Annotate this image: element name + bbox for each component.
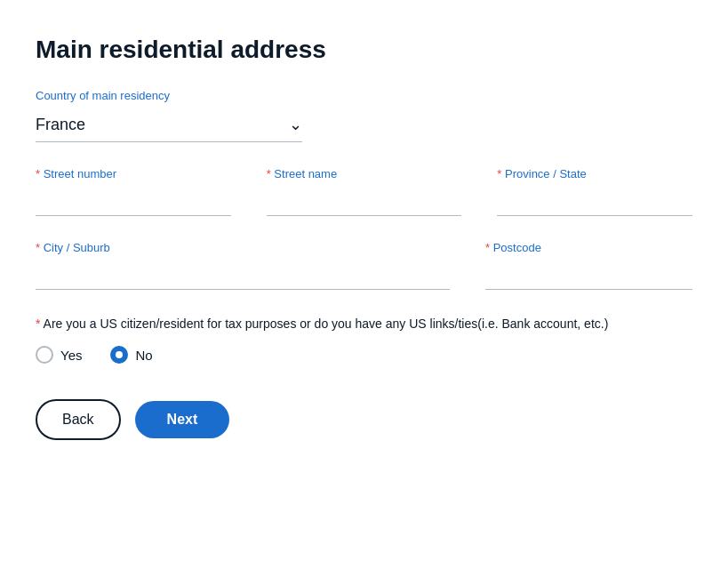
country-dropdown[interactable]: France ⌄ (36, 108, 302, 142)
address-row-1: Street number Street name Province / Sta… (36, 167, 692, 216)
country-section: Country of main residency France ⌄ (36, 89, 692, 142)
page-title: Main residential address (36, 36, 692, 64)
street-number-input[interactable] (36, 186, 231, 216)
province-state-input[interactable] (497, 186, 692, 216)
radio-yes-circle (36, 346, 53, 364)
country-value: France (36, 116, 85, 134)
required-star: * (36, 317, 44, 331)
street-name-label: Street name (267, 167, 462, 180)
city-suburb-label: City / Suburb (36, 241, 450, 254)
buttons-row: Back Next (36, 399, 692, 440)
postcode-label: Postcode (485, 241, 692, 254)
radio-group: Yes No (36, 346, 692, 364)
radio-yes-option[interactable]: Yes (36, 346, 82, 364)
country-label: Country of main residency (36, 89, 692, 102)
city-suburb-input[interactable] (36, 260, 450, 290)
postcode-input[interactable] (485, 260, 692, 290)
us-question-section: * Are you a US citizen/resident for tax … (36, 315, 692, 364)
radio-yes-label: Yes (60, 348, 82, 363)
radio-no-circle (110, 346, 128, 364)
address-row-2: City / Suburb Postcode (36, 241, 692, 290)
next-button[interactable]: Next (135, 401, 230, 438)
radio-no-option[interactable]: No (110, 346, 152, 364)
street-name-group: Street name (267, 167, 462, 216)
city-suburb-group: City / Suburb (36, 241, 450, 290)
province-state-group: Province / State (497, 167, 692, 216)
street-number-group: Street number (36, 167, 231, 216)
us-question-text: * Are you a US citizen/resident for tax … (36, 315, 692, 333)
street-name-input[interactable] (267, 186, 462, 216)
back-button[interactable]: Back (36, 399, 121, 440)
chevron-down-icon: ⌄ (289, 115, 302, 134)
radio-no-label: No (135, 348, 152, 363)
postcode-group: Postcode (485, 241, 692, 290)
province-state-label: Province / State (497, 167, 692, 180)
street-number-label: Street number (36, 167, 231, 180)
